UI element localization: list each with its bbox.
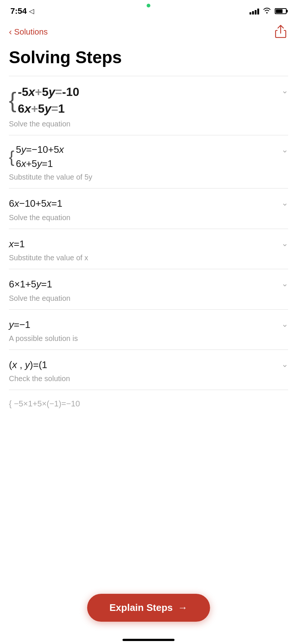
step-item-2[interactable]: { 5y=−10+5x 6x+5y=1 Substitute the value…	[9, 135, 288, 189]
status-bar: 7:54 ◁	[0, 0, 297, 20]
step-item-4[interactable]: x=1 Substitute the value of x ⌄	[9, 229, 288, 269]
step-8-partial-equation: { −5×1+5×(−1)=−10	[9, 398, 281, 408]
step-5-content: 6×1+5y=1 Solve the equation	[9, 277, 281, 302]
explain-steps-container: Explain Steps →	[87, 594, 210, 622]
back-chevron-icon: ‹	[9, 27, 12, 37]
step-7-description: Check the solution	[9, 374, 274, 383]
step-1-chevron-icon: ⌄	[281, 86, 288, 96]
step-1-content: { -5x+5y=-10 6x+5y=1 Solve the equation	[9, 84, 281, 128]
green-dot	[147, 4, 150, 7]
step-item-5[interactable]: 6×1+5y=1 Solve the equation ⌄	[9, 269, 288, 309]
steps-container: { -5x+5y=-10 6x+5y=1 Solve the equation …	[0, 76, 297, 409]
step-item-1[interactable]: { -5x+5y=-10 6x+5y=1 Solve the equation …	[9, 76, 288, 135]
step-item-3[interactable]: 6x−10+5x=1 Solve the equation ⌄	[9, 188, 288, 228]
step-8-partial-content: { −5×1+5×(−1)=−10	[9, 398, 288, 408]
step-7-equation: (x , y)=(1	[9, 358, 274, 371]
step-4-description: Substitute the value of x	[9, 254, 274, 262]
step-item-7[interactable]: (x , y)=(1 Check the solution ⌄	[9, 350, 288, 390]
step-4-equation: x=1	[9, 237, 274, 251]
step-2-equation: { 5y=−10+5x 6x+5y=1	[9, 144, 274, 170]
step-4-chevron-icon: ⌄	[281, 239, 288, 248]
step-item-8-partial: { −5×1+5×(−1)=−10	[9, 390, 288, 408]
step-3-chevron-icon: ⌄	[281, 198, 288, 208]
step-6-content: y=−1 A possible solution is	[9, 318, 281, 343]
step-3-content: 6x−10+5x=1 Solve the equation	[9, 197, 281, 222]
step-1-description: Solve the equation	[9, 120, 274, 128]
step-item-6[interactable]: y=−1 A possible solution is ⌄	[9, 309, 288, 350]
step-4-content: x=1 Substitute the value of x	[9, 237, 281, 262]
step-7-content: (x , y)=(1 Check the solution	[9, 358, 281, 383]
status-icons	[249, 7, 287, 16]
back-label: Solutions	[14, 27, 48, 37]
home-indicator	[123, 639, 174, 641]
brace-icon-1: {	[9, 84, 16, 117]
step-2-description: Substitute the value of 5y	[9, 173, 274, 181]
step-5-equation: 6×1+5y=1	[9, 277, 274, 291]
brace-icon-2: {	[9, 144, 14, 170]
explain-steps-label: Explain Steps	[110, 602, 173, 614]
page-title: Solving Steps	[0, 45, 297, 76]
share-icon	[275, 25, 287, 38]
step-6-chevron-icon: ⌄	[281, 319, 288, 329]
wifi-icon	[263, 7, 271, 16]
status-time: 7:54	[10, 6, 27, 16]
step-3-description: Solve the equation	[9, 213, 274, 222]
step-3-equation: 6x−10+5x=1	[9, 197, 274, 210]
step-2-chevron-icon: ⌄	[281, 145, 288, 155]
explain-steps-button[interactable]: Explain Steps →	[87, 594, 210, 622]
step-6-description: A possible solution is	[9, 334, 274, 343]
eq-1-line-2: 6x+5y=1	[18, 101, 79, 117]
step-2-content: { 5y=−10+5x 6x+5y=1 Substitute the value…	[9, 144, 281, 182]
eq-1-line-1: -5x+5y=-10	[18, 84, 79, 100]
location-icon: ◁	[29, 7, 34, 15]
brace-equations-1: -5x+5y=-10 6x+5y=1	[18, 84, 79, 117]
explain-steps-arrow-icon: →	[178, 602, 187, 614]
eq-2-line-2: 6x+5y=1	[16, 158, 64, 170]
step-5-chevron-icon: ⌄	[281, 279, 288, 289]
signal-icon	[249, 8, 259, 15]
step-5-description: Solve the equation	[9, 294, 274, 303]
step-6-equation: y=−1	[9, 318, 274, 331]
step-7-chevron-icon: ⌄	[281, 360, 288, 369]
nav-bar: ‹ Solutions	[0, 20, 297, 45]
share-button[interactable]	[273, 23, 288, 41]
back-button[interactable]: ‹ Solutions	[9, 27, 48, 37]
eq-2-line-1: 5y=−10+5x	[16, 144, 64, 156]
brace-equations-2: 5y=−10+5x 6x+5y=1	[16, 144, 64, 170]
step-1-equation: { -5x+5y=-10 6x+5y=1	[9, 84, 274, 117]
battery-icon	[275, 8, 287, 14]
